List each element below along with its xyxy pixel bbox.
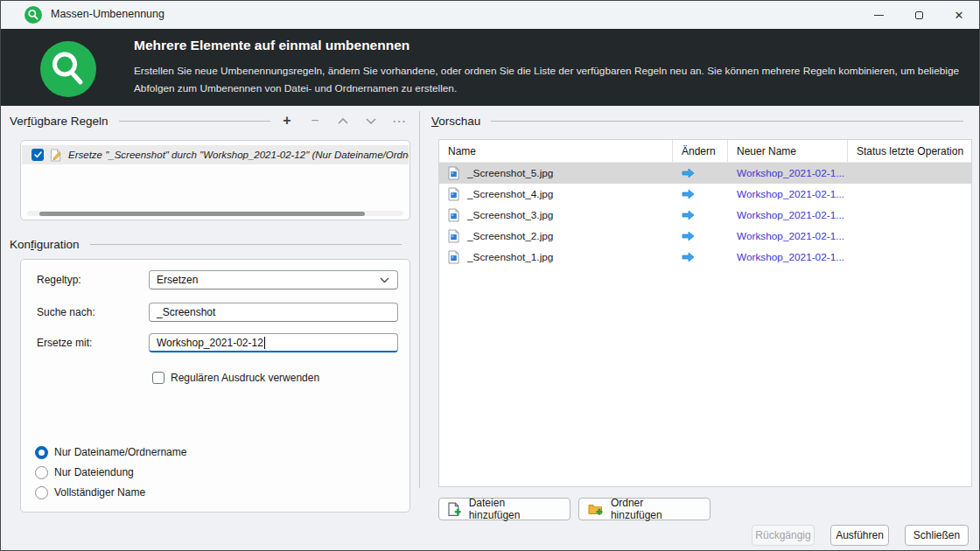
add-file-icon <box>448 502 461 517</box>
minimize-button[interactable] <box>858 1 899 29</box>
available-rules-header: Verfügbare Regeln + − ⋯ <box>10 111 410 130</box>
rule-type-label: Regeltyp: <box>37 274 149 286</box>
remove-rule-button[interactable]: − <box>307 113 323 129</box>
dialog-title: Mehrere Elemente auf einmal umbenennen <box>134 38 410 53</box>
image-file-icon <box>448 208 459 222</box>
rules-list: Ersetze "_Screenshot" durch "Workshop_20… <box>20 140 410 220</box>
dialog-header: Mehrere Elemente auf einmal umbenennen E… <box>1 29 979 106</box>
search-icon <box>40 41 96 97</box>
column-header-status[interactable]: Status letzte Operation <box>848 140 971 162</box>
header-rule-line <box>491 121 963 122</box>
horizontal-scrollbar[interactable] <box>27 211 403 216</box>
replace-with-label: Ersetze mit: <box>37 337 149 349</box>
check-icon <box>34 151 42 158</box>
scope-option-fullname[interactable]: Vollständiger Name <box>35 485 145 500</box>
image-file-icon <box>448 166 459 180</box>
preview-header: Vorschau <box>431 111 972 130</box>
rename-arrow-icon <box>682 231 695 241</box>
close-dialog-button[interactable]: Schließen <box>905 525 969 546</box>
column-header-name[interactable]: Name <box>439 140 673 162</box>
configuration-label: Konfiguration <box>10 238 80 251</box>
rename-arrow-icon <box>682 189 695 199</box>
radio-selected-icon <box>35 446 48 459</box>
add-folder-button[interactable]: Ordner hinzufügen <box>578 498 710 520</box>
radio-unselected-icon <box>35 486 48 499</box>
chevron-down-icon <box>366 118 376 124</box>
rule-type-select[interactable]: Ersetzen <box>149 270 398 289</box>
chevron-up-icon <box>338 118 348 124</box>
close-icon: ✕ <box>955 10 964 21</box>
dialog-description: Erstellen Sie neue Umbenennungsregeln, ä… <box>134 62 972 97</box>
scrollbar-thumb[interactable] <box>39 212 365 216</box>
regex-checkbox-label: Regulären Ausdruck verwenden <box>171 372 319 384</box>
add-files-button[interactable]: Dateien hinzufügen <box>438 498 570 520</box>
title-bar: Massen-Umbenennung ✕ <box>1 1 979 29</box>
column-header-change[interactable]: Ändern <box>673 140 728 162</box>
mass-rename-dialog: Massen-Umbenennung ✕ Mehrere Elemente au… <box>0 0 980 551</box>
header-rule-line <box>90 244 402 245</box>
panel-splitter[interactable] <box>419 111 420 488</box>
close-button[interactable]: ✕ <box>939 1 979 29</box>
image-file-icon <box>448 187 459 201</box>
available-rules-label: Verfügbare Regeln <box>10 115 108 128</box>
replace-with-input[interactable]: Workshop_2021-02-12 <box>149 333 398 352</box>
rename-arrow-icon <box>682 252 695 262</box>
more-options-button[interactable]: ⋯ <box>391 113 407 129</box>
rules-toolbar: + − ⋯ <box>279 113 410 129</box>
rule-enabled-checkbox[interactable] <box>32 149 44 161</box>
move-rule-up-button[interactable] <box>335 113 351 129</box>
image-file-icon <box>448 250 459 264</box>
scope-option-filename[interactable]: Nur Dateiname/Ordnername <box>35 444 186 460</box>
image-file-icon <box>448 229 459 243</box>
text-caret <box>264 337 265 349</box>
undo-button[interactable]: Rückgängig <box>752 525 815 546</box>
dialog-body: Verfügbare Regeln + − ⋯ Ersetze <box>1 106 979 550</box>
add-folder-icon <box>588 503 603 516</box>
table-row[interactable]: _Screenshot_1.jpg Workshop_2021-02-1... <box>439 247 971 268</box>
radio-unselected-icon <box>35 466 48 479</box>
configuration-header: Konfiguration <box>10 234 410 254</box>
move-rule-down-button[interactable] <box>363 113 379 129</box>
maximize-icon <box>915 11 923 19</box>
rule-type-value: Ersetzen <box>157 274 198 286</box>
rule-description: Ersetze "_Screenshot" durch "Workshop_20… <box>68 150 409 160</box>
table-row[interactable]: _Screenshot_2.jpg Workshop_2021-02-1... <box>439 226 971 247</box>
maximize-button[interactable] <box>899 1 939 29</box>
rule-list-item[interactable]: Ersetze "_Screenshot" durch "Workshop_20… <box>22 145 409 164</box>
preview-table: Name Ändern Neuer Name Status letzte Ope… <box>438 139 972 487</box>
regex-checkbox-row[interactable]: Regulären Ausdruck verwenden <box>152 372 319 384</box>
rename-arrow-icon <box>682 168 695 178</box>
table-row[interactable]: _Screenshot_3.jpg Workshop_2021-02-1... <box>439 205 971 226</box>
app-logo-search-icon <box>24 6 42 24</box>
table-row[interactable]: _Screenshot_5.jpg Workshop_2021-02-1... <box>439 163 971 184</box>
minimize-icon <box>874 15 884 16</box>
search-for-label: Suche nach: <box>37 306 149 318</box>
rename-arrow-icon <box>682 210 695 220</box>
search-for-input[interactable]: _Screenshot <box>149 303 398 322</box>
scope-option-extension[interactable]: Nur Dateiendung <box>35 464 134 480</box>
chevron-down-icon <box>380 277 389 283</box>
edit-rule-icon <box>49 149 62 162</box>
add-rule-button[interactable]: + <box>279 113 295 129</box>
execute-button[interactable]: Ausführen <box>830 525 889 546</box>
table-row[interactable]: _Screenshot_4.jpg Workshop_2021-02-1... <box>439 184 971 205</box>
window-controls: ✕ <box>858 1 979 29</box>
search-for-value: _Screenshot <box>157 306 215 318</box>
configuration-panel: Regeltyp: Ersetzen Suche nach: _Screensh… <box>20 259 410 513</box>
regex-checkbox[interactable] <box>152 372 164 384</box>
window-title: Massen-Umbenennung <box>51 8 164 20</box>
replace-with-value: Workshop_2021-02-12 <box>157 337 263 349</box>
header-rule-line <box>119 121 270 122</box>
column-header-new-name[interactable]: Neuer Name <box>728 140 848 162</box>
preview-label: Vorschau <box>431 115 480 128</box>
preview-table-header: Name Ändern Neuer Name Status letzte Ope… <box>439 140 971 163</box>
